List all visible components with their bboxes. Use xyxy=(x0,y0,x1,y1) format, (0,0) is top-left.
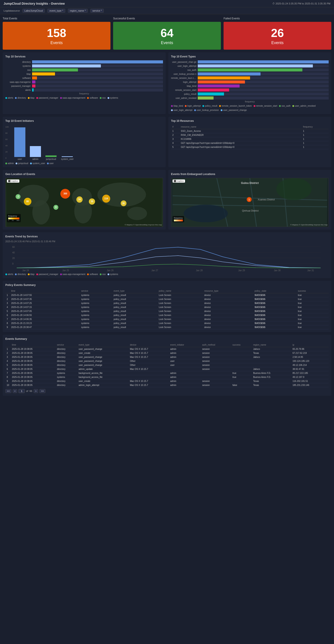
legend-dot xyxy=(202,105,204,107)
top10-eventtypes-panel: Top 10 Event Types user_password_chan ge… xyxy=(168,52,331,114)
service-filter[interactable]: service * xyxy=(90,9,104,13)
region-name-filter[interactable]: region_name * xyxy=(68,9,88,13)
row-initiator: admin xyxy=(169,375,201,379)
eventtypes-legend: ldap_bindlogin_attemptpolicy_resultremot… xyxy=(171,105,329,111)
legend-dot xyxy=(15,97,17,99)
bar-row: password_manager xyxy=(5,84,163,88)
total-events-unit: Events xyxy=(50,40,62,45)
row-event-type: policy_result xyxy=(112,321,158,325)
vert-bar xyxy=(14,127,26,157)
row-num: 3 xyxy=(5,355,10,359)
row-num: 1 xyxy=(5,293,10,297)
row-time: 2025-01-28 19:38:05 xyxy=(10,379,56,383)
row-num: 10 xyxy=(5,383,10,387)
bar-label: saas-app-manageme xyxy=(5,81,32,83)
last-page-button[interactable]: >> xyxy=(40,389,46,393)
legend-dot xyxy=(292,105,294,107)
first-page-button[interactable]: << xyxy=(5,389,11,393)
row-auth: session xyxy=(201,351,231,355)
row-initiator: admin xyxy=(169,371,201,375)
row-auth: session xyxy=(201,367,231,371)
bar-label: directory xyxy=(5,61,32,63)
legend-item: sso xyxy=(100,97,106,99)
prev-page-button[interactable]: < xyxy=(13,389,17,393)
bar-label: user_login_attempt xyxy=(171,65,198,67)
legend-item: jumpcloud xyxy=(16,162,28,164)
row-resource-type: device xyxy=(203,321,253,325)
row-resource-type: device xyxy=(203,325,253,329)
page-number-input[interactable] xyxy=(18,389,25,393)
row-num: 8 xyxy=(5,375,10,379)
legend-label: system_user xyxy=(32,162,45,164)
events-col-auth: auth_method xyxy=(201,343,231,347)
pagination-total: 66 xyxy=(30,390,32,392)
legend-dot xyxy=(60,97,62,99)
row-time: 2025-01-28 19:38:05 xyxy=(10,367,56,371)
svg-point-14 xyxy=(184,205,228,222)
top10-initiators-title: Top 10 Event Initiators xyxy=(5,119,163,122)
resources-col-num: # xyxy=(171,125,180,129)
event-type-filter[interactable]: event_type * xyxy=(48,9,65,13)
bar-label: policy_result xyxy=(171,93,198,95)
table-row: 3 2025-01-28 14:07:25 systems policy_res… xyxy=(5,301,329,305)
row-success: true xyxy=(296,309,329,313)
vert-bar-label: admin xyxy=(32,158,38,160)
bar-track xyxy=(198,92,329,96)
geo-bubble: 35 xyxy=(89,198,95,205)
row-service: systems xyxy=(80,309,112,313)
row-num: 2 xyxy=(5,351,10,355)
table-row: 1 2025-01-28 19:38:05 directory user_pas… xyxy=(5,347,329,351)
row-event-type: user_create xyxy=(77,379,128,383)
failed-events-title: Failed Events xyxy=(224,17,240,20)
table-row: 2RISK_CM_ENGINEER1 xyxy=(171,133,329,137)
bar-track xyxy=(32,88,163,92)
row-ip: 116.202.181.51 xyxy=(291,379,329,383)
policy-col-service: service xyxy=(80,289,112,293)
row-event-type: admin_login_attempt xyxy=(77,383,128,387)
row-time: 2025-01-28 14:07:05 xyxy=(10,309,80,313)
failed-events-wrapper: Failed Events 26 Events xyxy=(224,17,331,50)
legend-item: software xyxy=(87,97,98,99)
geo-bubble: 9 xyxy=(54,205,58,210)
policy-col-success: success xyxy=(296,289,329,293)
row-freq: 1 xyxy=(302,137,329,141)
bar-fill xyxy=(32,68,78,72)
row-region: Jalisco xyxy=(252,347,291,351)
legend-dot xyxy=(254,105,256,107)
events-trend-title: Events Trend by Services xyxy=(5,235,329,238)
row-service: systems xyxy=(56,371,77,375)
row-event-type: policy_result xyxy=(112,301,158,305)
row-device: Other xyxy=(128,363,169,367)
legend-label: user_login_attempt xyxy=(174,109,192,111)
initiators-legend: adminjumpcloudsystem_useruser xyxy=(5,162,163,164)
row-freq: 1 xyxy=(302,141,329,145)
bar-track xyxy=(198,80,329,84)
row-time: 2025-01-28 19:38:05 xyxy=(10,383,56,387)
log-datasource-filter[interactable]: Labs/JumpCloud xyxy=(22,9,45,13)
table-row: 4 2025-01-28 19:38:05 directory user_pas… xyxy=(5,359,329,363)
services-x-label: frequency xyxy=(5,92,163,95)
row-ip: 85.217.222.185 xyxy=(291,371,329,375)
row-policy-name: Lock Screen xyxy=(158,301,203,305)
bar-fill xyxy=(32,60,163,64)
eventtypes-x-label: frequency xyxy=(171,100,329,103)
row-num: 7 xyxy=(5,317,10,321)
bar-track xyxy=(198,64,329,68)
next-page-button[interactable]: > xyxy=(34,389,38,393)
legend-dot xyxy=(87,274,89,275)
legend-label: alerts xyxy=(8,97,13,99)
legend-label: admin xyxy=(8,162,14,164)
row-initiator: user xyxy=(169,363,201,367)
row-num: 1 xyxy=(5,347,10,351)
bar-track xyxy=(32,64,163,68)
legend-item: remote_session_launch_token xyxy=(219,105,252,107)
row-region: Texas xyxy=(252,351,291,355)
events-col-initiator: event_initiator xyxy=(169,343,201,347)
row-event-type: policy_result xyxy=(112,305,158,309)
bar-row: remote_session_start xyxy=(171,88,329,92)
events-col-device: device xyxy=(128,343,169,347)
row-time: 2025-01-28 19:38:05 xyxy=(10,355,56,359)
geo-events-panel: Geo Location of Events xyxy=(3,170,166,230)
total-events-wrapper: Total Events 158 Events xyxy=(3,17,110,50)
row-policy-name: Lock Screen xyxy=(158,309,203,313)
